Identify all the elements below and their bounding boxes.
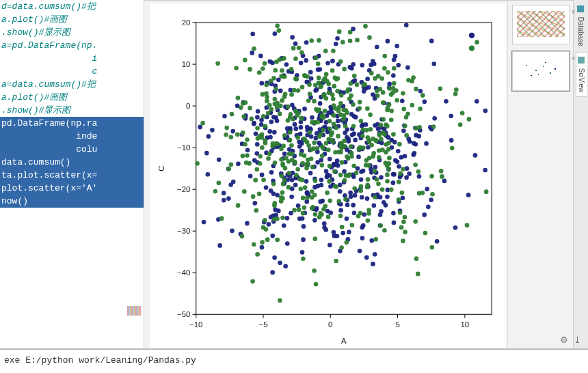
svg-point-179 — [275, 193, 280, 197]
svg-point-998 — [234, 66, 239, 70]
svg-point-627 — [252, 46, 256, 51]
svg-point-323 — [293, 182, 298, 187]
svg-point-945 — [292, 88, 297, 93]
svg-point-99 — [360, 236, 365, 240]
svg-point-836 — [339, 93, 344, 98]
svg-point-443 — [435, 239, 440, 244]
svg-point-732 — [337, 29, 342, 34]
svg-point-685 — [340, 225, 345, 230]
svg-point-591 — [309, 38, 314, 43]
svg-point-989 — [263, 218, 267, 223]
svg-point-966 — [300, 85, 305, 89]
svg-point-889 — [358, 100, 362, 105]
svg-point-439 — [340, 231, 345, 236]
svg-point-404 — [332, 230, 336, 235]
svg-point-541 — [308, 92, 312, 96]
svg-point-434 — [392, 221, 397, 225]
svg-point-460 — [297, 140, 302, 145]
svg-point-484 — [315, 87, 319, 92]
plot-figure[interactable]: −10−50510−50−40−30−20−1001020AC — [150, 3, 506, 355]
svg-point-953 — [288, 138, 293, 143]
svg-point-802 — [315, 146, 320, 151]
svg-point-959 — [401, 167, 405, 171]
svg-point-996 — [253, 178, 258, 182]
svg-text:10: 10 — [460, 320, 469, 329]
svg-point-891 — [245, 153, 250, 158]
svg-point-468 — [387, 82, 392, 87]
thumbnail-lines[interactable]: × — [512, 5, 570, 44]
svg-point-968 — [334, 184, 339, 189]
svg-point-557 — [338, 59, 343, 64]
svg-point-955 — [275, 101, 280, 106]
svg-point-759 — [239, 105, 243, 110]
close-icon[interactable]: × — [572, 8, 576, 16]
svg-text:10: 10 — [182, 60, 191, 68]
svg-text:−20: −20 — [177, 185, 190, 193]
svg-point-954 — [301, 196, 306, 201]
svg-point-410 — [392, 172, 397, 177]
thumbnail-scatter[interactable]: × — [512, 51, 570, 91]
svg-point-298 — [382, 200, 386, 205]
svg-point-728 — [386, 70, 390, 75]
svg-point-638 — [351, 124, 356, 128]
svg-point-879 — [416, 272, 420, 277]
svg-point-719 — [291, 117, 295, 122]
svg-point-576 — [342, 67, 347, 72]
svg-point-52 — [248, 174, 253, 179]
svg-point-820 — [300, 178, 305, 182]
svg-point-295 — [328, 243, 332, 247]
svg-point-499 — [412, 151, 416, 156]
svg-point-220 — [319, 178, 324, 182]
svg-point-681 — [271, 141, 276, 146]
plot-thumbnails: × × — [507, 1, 573, 361]
svg-point-780 — [263, 138, 267, 143]
svg-point-602 — [279, 174, 284, 178]
gear-icon[interactable]: ⚙ — [560, 335, 568, 345]
svg-point-206 — [273, 31, 278, 36]
svg-point-781 — [312, 99, 317, 104]
svg-point-350 — [269, 120, 273, 124]
editor-selection[interactable]: pd.DataFrame(np.ra inde coludata.cumsum(… — [0, 117, 144, 208]
svg-point-373 — [252, 121, 256, 126]
svg-point-177 — [375, 44, 379, 49]
close-icon[interactable]: × — [572, 55, 576, 62]
svg-point-160 — [397, 164, 401, 169]
svg-point-454 — [335, 158, 340, 163]
tab-sciview[interactable]: SciView — [576, 52, 587, 97]
svg-point-783 — [310, 206, 315, 211]
svg-point-941 — [398, 171, 403, 176]
svg-point-227 — [253, 201, 258, 206]
svg-point-916 — [241, 114, 246, 119]
svg-point-413 — [332, 162, 336, 167]
svg-point-524 — [366, 177, 371, 182]
svg-point-977 — [272, 201, 277, 206]
svg-point-797 — [301, 256, 306, 261]
svg-point-497 — [325, 173, 330, 178]
tab-database[interactable]: Database — [576, 1, 586, 51]
svg-point-243 — [372, 203, 377, 208]
svg-point-55 — [318, 101, 323, 106]
svg-point-847 — [382, 66, 387, 71]
svg-text:A: A — [341, 337, 347, 345]
svg-point-352 — [403, 154, 407, 158]
svg-point-652 — [401, 220, 406, 225]
svg-point-911 — [261, 225, 266, 230]
svg-point-991 — [295, 167, 300, 171]
svg-point-49 — [429, 197, 433, 202]
code-editor[interactable]: d=data.cumsum()#把a.plot()#画图.show()#显示图a… — [0, 0, 144, 348]
svg-point-380 — [301, 237, 306, 242]
download-icon[interactable]: ⤓ — [574, 335, 581, 345]
svg-point-145 — [289, 195, 294, 199]
svg-point-556 — [397, 142, 402, 147]
svg-point-491 — [429, 39, 434, 44]
svg-point-162 — [361, 223, 366, 228]
svg-point-679 — [320, 154, 325, 158]
svg-point-653 — [369, 127, 373, 132]
svg-point-805 — [350, 223, 355, 227]
svg-point-695 — [349, 81, 353, 86]
svg-point-98 — [360, 195, 364, 199]
svg-point-209 — [483, 168, 487, 173]
svg-point-799 — [247, 161, 252, 166]
svg-text:5: 5 — [395, 320, 399, 329]
svg-point-978 — [373, 195, 377, 199]
